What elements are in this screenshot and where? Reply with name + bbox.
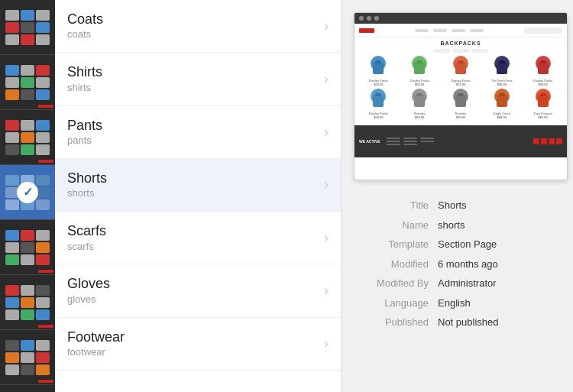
bc-nav-dot-4 xyxy=(470,29,484,32)
bc-product-5-price: $59.50 xyxy=(538,83,547,86)
bc-social-icon-1 xyxy=(533,138,539,144)
list-item-shorts-subtitle: shorts xyxy=(67,187,318,200)
list-item-pants[interactable]: Pants pants › xyxy=(55,106,341,159)
meta-label-modified: Modified xyxy=(354,257,438,272)
bc-filter-3 xyxy=(471,49,488,53)
meta-label-modified-by: Modified By xyxy=(354,276,438,291)
bc-footer-line-4 xyxy=(403,138,417,139)
bc-nav-dots xyxy=(415,29,484,32)
list-item-pants-subtitle: pants xyxy=(67,134,318,147)
list-panel: Coats coats › Shirts shirts › Pants pant… xyxy=(55,0,342,392)
svg-rect-10 xyxy=(497,62,507,74)
thumbnail-coats[interactable] xyxy=(0,0,55,55)
bc-social xyxy=(533,138,562,144)
list-item-shirts-title: Shirts xyxy=(67,63,318,81)
thumbnail-footwear[interactable] xyxy=(0,330,55,385)
svg-rect-4 xyxy=(414,62,425,74)
chevron-icon-pants: › xyxy=(324,124,329,140)
bc-footer-line-1 xyxy=(387,138,400,139)
list-item-shorts[interactable]: Shorts shorts › xyxy=(55,159,341,212)
detail-panel: BACKPACKS Display Packs $ xyxy=(342,0,573,392)
bc-product-1-price: $59.50 xyxy=(374,83,383,86)
chevron-icon-footwear: › xyxy=(324,335,329,352)
meta-row-published: Published Not published xyxy=(354,313,568,332)
bc-product-9: Eagle Creek $94.00 xyxy=(482,89,521,119)
svg-rect-20 xyxy=(416,93,422,96)
svg-rect-22 xyxy=(455,95,466,107)
bc-header xyxy=(354,24,567,37)
svg-rect-29 xyxy=(540,93,546,96)
bc-logo xyxy=(359,28,374,33)
thumbnail-pants[interactable] xyxy=(0,110,55,165)
svg-rect-28 xyxy=(538,95,549,107)
svg-rect-11 xyxy=(499,60,505,63)
meta-value-template: Section Page xyxy=(438,237,568,252)
list-item-scarfs-title: Scarfs xyxy=(67,222,318,240)
meta-label-name: Name xyxy=(354,218,438,233)
chevron-icon-shorts: › xyxy=(324,177,329,193)
meta-value-modified-by: Administrator xyxy=(438,276,568,291)
bc-footer-links xyxy=(387,138,527,145)
meta-value-modified: 6 months ago xyxy=(438,257,568,272)
list-item-scarfs[interactable]: Scarfs scarfs › xyxy=(55,212,341,264)
thumbnail-gloves[interactable] xyxy=(0,275,55,330)
svg-rect-13 xyxy=(538,62,549,74)
bc-filter-row xyxy=(359,49,562,53)
bc-footer-col-2 xyxy=(403,138,417,145)
browser-bar xyxy=(354,13,567,24)
meta-value-published: Not published xyxy=(438,315,568,330)
svg-rect-23 xyxy=(458,93,464,96)
list-item-scarfs-subtitle: scarfs xyxy=(67,241,318,254)
bc-page-title: BACKPACKS xyxy=(359,40,562,46)
meta-table: Title Shorts Name shorts Template Sectio… xyxy=(354,196,568,332)
bc-product-7: Borealis $59.50 xyxy=(400,89,439,119)
list-item-gloves-subtitle: gloves xyxy=(67,293,318,306)
list-item-shorts-title: Shorts xyxy=(67,170,318,187)
list-item-footwear-subtitle: footwear xyxy=(67,346,318,359)
thumbnail-shirts[interactable] xyxy=(0,55,55,110)
bc-search xyxy=(524,28,562,34)
list-item-gloves-title: Gloves xyxy=(67,275,318,293)
bc-product-6-price: $59.50 xyxy=(374,115,383,119)
list-item-shirts-subtitle: shirts xyxy=(67,82,318,95)
active-checkmark: ✓ xyxy=(17,182,38,203)
bc-filter-2 xyxy=(452,49,469,53)
bc-filter-1 xyxy=(433,49,450,53)
list-item-shirts[interactable]: Shirts shirts › xyxy=(55,53,341,105)
list-item-coats-title: Coats xyxy=(67,11,318,28)
list-item-pants-text: Pants pants xyxy=(67,117,318,147)
browser-dot-3 xyxy=(374,16,379,21)
bc-product-2: Display Packs $59.50 xyxy=(400,56,439,86)
browser-content: BACKPACKS Display Packs $ xyxy=(354,24,567,180)
thumbnail-strip: ✓ xyxy=(0,0,55,392)
bc-product-3: Display Packs $73.00 xyxy=(442,56,481,86)
meta-row-name: Name shorts xyxy=(354,215,568,235)
meta-value-title: Shorts xyxy=(438,198,568,213)
bc-footer-logo: WE ACTIVE xyxy=(359,139,380,144)
bc-product-1: Display Packs $59.50 xyxy=(359,56,398,86)
bc-main: BACKPACKS Display Packs $ xyxy=(354,37,567,122)
list-item-shorts-text: Shorts shorts xyxy=(67,170,318,200)
meta-label-title: Title xyxy=(354,198,438,213)
browser-dot-2 xyxy=(367,16,371,21)
bc-social-icon-2 xyxy=(541,138,547,144)
list-item-gloves[interactable]: Gloves gloves › xyxy=(55,264,341,317)
thumbnail-shorts[interactable]: ✓ xyxy=(0,165,55,220)
list-item-footwear[interactable]: Footwear footwear › xyxy=(55,318,341,371)
svg-rect-7 xyxy=(455,62,466,74)
list-item-shirts-text: Shirts shirts xyxy=(67,63,318,94)
meta-label-language: Language xyxy=(354,296,438,311)
bc-product-9-price: $94.00 xyxy=(497,115,507,119)
bc-product-3-price: $73.00 xyxy=(456,83,465,86)
bc-nav-dot-2 xyxy=(433,29,447,32)
chevron-icon-coats: › xyxy=(324,18,329,34)
list-item-coats[interactable]: Coats coats › xyxy=(55,0,341,53)
thumbnail-scarfs[interactable] xyxy=(0,220,55,275)
bc-product-4: The North Face $95.00 xyxy=(482,56,521,86)
bc-product-10: Topo Designs $65.00 xyxy=(523,89,562,119)
meta-row-template: Template Section Page xyxy=(354,235,568,254)
svg-rect-25 xyxy=(497,95,507,107)
bc-footer-col-3 xyxy=(420,138,434,145)
svg-rect-17 xyxy=(375,93,381,96)
list-item-gloves-text: Gloves gloves xyxy=(67,275,318,306)
